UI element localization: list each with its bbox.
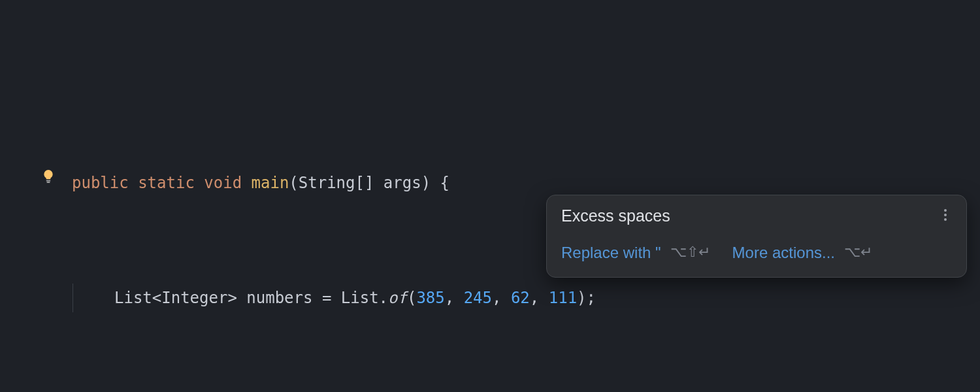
shortcut-hint: ⌥↵ — [844, 242, 872, 263]
inspection-popup: Excess spaces Replace with " ⌥⇧↵ More ac… — [546, 195, 967, 278]
svg-point-3 — [944, 214, 947, 216]
quickfix-replace-label: Replace with " — [561, 242, 661, 264]
more-actions-label: More actions... — [732, 242, 835, 264]
text-cursor-icon — [575, 166, 585, 186]
svg-point-4 — [944, 218, 947, 221]
intention-bulb-icon[interactable] — [4, 136, 17, 152]
code-editor-viewport[interactable]: public static void main(String[] args) {… — [0, 0, 980, 392]
code-text: public static void main(String[] args) { — [72, 169, 449, 197]
svg-rect-1 — [46, 182, 50, 183]
kebab-menu-icon[interactable] — [939, 204, 952, 227]
more-actions-action[interactable]: More actions... ⌥↵ — [732, 242, 872, 264]
inspection-title: Excess spaces — [561, 204, 670, 227]
shortcut-hint: ⌥⇧↵ — [670, 242, 710, 263]
code-text: List<Integer> numbers = List.of(385, 245… — [114, 289, 596, 307]
svg-rect-0 — [46, 180, 50, 182]
code-line[interactable]: List<Integer> numbers = List.of(385, 245… — [33, 284, 980, 312]
svg-point-2 — [944, 209, 947, 212]
code-line[interactable]: public static void main(String[] args) { — [33, 169, 980, 197]
quickfix-replace-action[interactable]: Replace with " ⌥⇧↵ — [561, 242, 710, 264]
